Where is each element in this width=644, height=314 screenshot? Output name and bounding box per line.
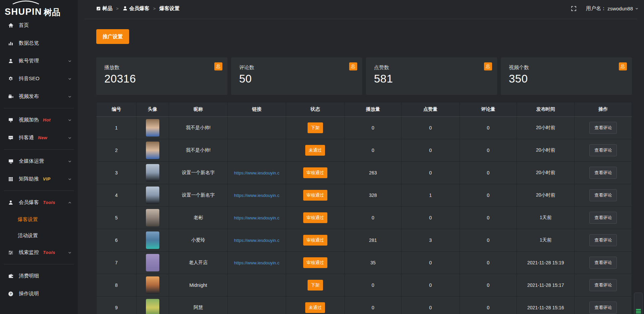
sidebar-item[interactable]: 会员爆客Tools (0, 194, 78, 211)
user-icon (8, 58, 14, 64)
status-badge: 审核通过 (303, 212, 327, 223)
chevron-down-icon (68, 77, 72, 81)
cell-id: 7 (97, 252, 137, 274)
cell-likes: 0 (401, 162, 460, 184)
stat-card: 播放数20316总 (96, 57, 227, 95)
sidebar-item[interactable]: 全媒体运营 (0, 152, 78, 170)
sidebar-item-badge: VIP (43, 176, 50, 181)
sidebar-item[interactable]: 抖客通New (0, 129, 78, 147)
sidebar-item-label: 消费明细 (19, 273, 39, 279)
video-link[interactable]: https://www.iesdouyin.c (234, 260, 279, 265)
app-logo[interactable]: SHUPIN 树品 (0, 0, 78, 16)
sidebar-item[interactable]: 首页 (0, 16, 78, 34)
video-link[interactable]: https://www.iesdouyin.c (234, 193, 279, 198)
view-comments-button[interactable]: 查看评论 (589, 234, 617, 246)
cell-status: 未通过 (286, 297, 344, 314)
cell-time: 20小时前 (517, 184, 575, 207)
chevron-down-icon (68, 136, 72, 140)
cell-action: 查看评论 (575, 252, 632, 274)
cell-avatar (136, 207, 169, 229)
sidebar-item[interactable]: 数据总览 (0, 34, 78, 52)
chevron-down-icon (68, 118, 72, 122)
avatar (146, 142, 159, 159)
cell-likes: 1 (401, 184, 460, 207)
view-comments-button[interactable]: 查看评论 (589, 167, 617, 179)
stat-cards: 播放数20316总评论数50总点赞数581总视频个数350总 (96, 57, 632, 95)
cell-action: 查看评论 (575, 229, 632, 252)
cell-id: 6 (97, 229, 137, 252)
sidebar-item[interactable]: ?操作说明 (0, 285, 78, 303)
stat-card-value: 581 (374, 72, 489, 85)
username-label: 用户名： (586, 5, 606, 12)
view-comments-button[interactable]: 查看评论 (589, 189, 617, 201)
sidebar-item-label: 抖客通 (19, 135, 34, 141)
view-comments-button[interactable]: 查看评论 (589, 279, 617, 291)
stat-card: 评论数50总 (231, 57, 362, 95)
view-comments-button[interactable]: 查看评论 (589, 212, 617, 224)
cell-status: 审核通过 (286, 184, 344, 207)
cell-likes: 0 (401, 274, 460, 297)
fullscreen-icon[interactable] (571, 6, 577, 11)
video-link[interactable]: https://www.iesdouyin.c (234, 215, 279, 220)
floating-widget[interactable] (634, 293, 643, 314)
video-link[interactable]: https://www.iesdouyin.c (234, 170, 279, 175)
sidebar-item[interactable]: 线索监控Tools (0, 244, 78, 261)
sidebar-item[interactable]: 视频加热Hot (0, 111, 78, 129)
view-comments-button[interactable]: 查看评论 (589, 122, 617, 134)
view-comments-button[interactable]: 查看评论 (589, 144, 617, 156)
video-camera-icon (8, 94, 14, 99)
table-row: 7老人开店https://www.iesdouyin.c审核通过35002021… (97, 252, 632, 274)
table-row: 5老彬https://www.iesdouyin.c审核通过0001天前查看评论 (97, 207, 632, 229)
cell-status: 下架 (286, 274, 344, 297)
stat-card-label: 播放数 (104, 64, 219, 71)
cell-action: 查看评论 (575, 139, 632, 162)
sidebar-item[interactable]: 矩阵助推VIP (0, 170, 78, 188)
data-table: 编号头像昵称链接状态播放量点赞量评论量发布时间操作 1我不是小帅!下架00020… (96, 102, 632, 314)
breadcrumb-item[interactable]: 树品 (96, 5, 112, 12)
cell-link: https://www.iesdouyin.c (228, 184, 286, 207)
cell-action: 查看评论 (575, 184, 632, 207)
cell-comments: 0 (460, 274, 517, 297)
status-badge: 审核通过 (303, 167, 327, 178)
breadcrumb-label: 树品 (102, 5, 112, 12)
sidebar-item[interactable]: 消费明细 (0, 267, 78, 285)
avatar (146, 209, 159, 226)
cell-likes: 3 (401, 229, 460, 252)
sidebar-item[interactable]: 抖音SEO (0, 70, 78, 88)
cell-time: 20小时前 (517, 117, 575, 139)
sidebar-item-label: 抖音SEO (19, 75, 40, 82)
avatar (146, 276, 159, 294)
sidebar-item-badge: Tools (43, 200, 55, 205)
cell-avatar (136, 274, 169, 297)
total-badge: 总 (214, 62, 222, 70)
cell-link: https://www.iesdouyin.c (228, 162, 286, 184)
breadcrumb-label: 会员爆客 (129, 5, 150, 12)
view-comments-button[interactable]: 查看评论 (589, 302, 617, 314)
breadcrumb-label: 爆客设置 (159, 5, 179, 12)
avatar (146, 254, 159, 271)
sidebar-subitem[interactable]: 活动设置 (0, 227, 78, 244)
cell-id: 9 (97, 297, 137, 314)
view-comments-button[interactable]: 查看评论 (589, 257, 617, 269)
table-row: 6小爱玲https://www.iesdouyin.c审核通过281301天前查… (97, 229, 632, 252)
video-link[interactable]: https://www.iesdouyin.c (234, 238, 279, 243)
stat-card-label: 评论数 (239, 64, 354, 71)
sidebar-item[interactable]: 视频发布 (0, 88, 78, 105)
table-row: 8Midnight下架0002021-11-28 15:17查看评论 (97, 274, 632, 297)
user-menu[interactable]: 用户名：zswodun88 (586, 5, 639, 12)
status-badge: 审核通过 (303, 257, 327, 268)
breadcrumb-item[interactable]: 会员爆客 (122, 5, 150, 12)
cell-time: 2021-11-28 15:16 (517, 297, 575, 314)
promo-settings-button[interactable]: 推广设置 (96, 29, 129, 44)
breadcrumb-item[interactable]: 爆客设置 (159, 5, 179, 12)
cell-nickname: 我不是小帅! (169, 117, 227, 139)
screen-icon (8, 117, 14, 123)
cell-avatar (136, 229, 169, 252)
status-badge: 未通过 (305, 302, 325, 313)
sidebar-subitem[interactable]: 爆客设置 (0, 211, 78, 227)
sidebar-item-label: 视频发布 (19, 93, 39, 100)
sidebar-item[interactable]: 账号管理 (0, 52, 78, 70)
cell-time: 1天前 (517, 207, 575, 229)
sidebar-item-badge: Hot (43, 117, 51, 122)
cell-plays: 0 (344, 297, 401, 314)
